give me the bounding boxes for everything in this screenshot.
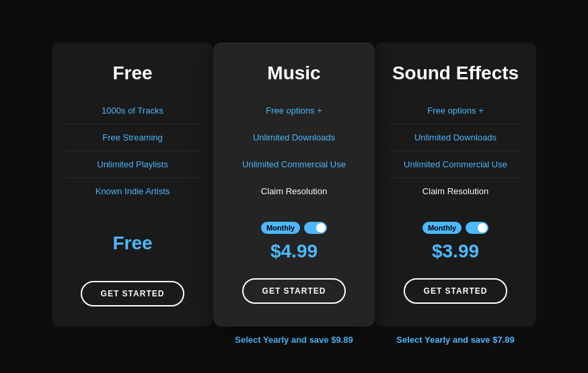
sound-effects-price: $3.99 [432, 241, 479, 262]
sound-effects-cta-button[interactable]: GET STARTED [404, 278, 508, 304]
music-feature-4: Claim Resolution [227, 178, 361, 204]
music-save-text: Select Yearly and save $9.89 [213, 335, 375, 345]
sound-effects-save-text: Select Yearly and save $7.89 [375, 335, 536, 345]
sound-effects-toggle-switch[interactable] [466, 222, 488, 234]
sound-effects-toggle-row: Monthly [422, 222, 488, 234]
free-price: Free [112, 233, 152, 254]
music-features-list: Free options + Unlimited Downloads Unlim… [227, 97, 361, 204]
sound-effects-feature-2: Unlimited Downloads [388, 124, 523, 151]
cards-row: Free 1000s of Tracks Free Streaming Unli… [0, 29, 588, 327]
music-plan-card: Music Free options + Unlimited Downloads… [213, 42, 375, 327]
save-row: Select Yearly and save $9.89 Select Year… [0, 327, 588, 345]
free-plan-title: Free [112, 63, 152, 84]
sound-effects-toggle-label: Monthly [422, 222, 462, 234]
music-toggle-switch[interactable] [304, 222, 327, 234]
free-feature-4: Known Indie Artists [65, 178, 200, 204]
music-toggle-row: Monthly [261, 222, 327, 234]
music-plan-title: Music [267, 63, 320, 84]
music-price-section: Monthly $4.99 [261, 222, 327, 262]
music-price: $4.99 [270, 241, 318, 262]
pricing-wrapper: Free 1000s of Tracks Free Streaming Unli… [0, 29, 588, 345]
free-features-list: 1000s of Tracks Free Streaming Unlimited… [65, 97, 200, 204]
free-feature-2: Free Streaming [65, 124, 200, 151]
sound-effects-plan-title: Sound Effects [392, 63, 519, 84]
free-feature-3: Unlimited Playlists [65, 151, 200, 178]
free-feature-1: 1000s of Tracks [65, 97, 200, 124]
music-feature-1: Free options + [227, 97, 361, 124]
sound-effects-plan-card: Sound Effects Free options + Unlimited D… [375, 42, 536, 327]
music-toggle-label: Monthly [261, 222, 300, 234]
music-feature-2: Unlimited Downloads [227, 124, 361, 151]
free-plan-card: Free 1000s of Tracks Free Streaming Unli… [52, 42, 213, 327]
free-save-placeholder [52, 327, 213, 345]
free-cta-button[interactable]: GET STARTED [81, 281, 185, 306]
music-feature-3: Unlimited Commercial Use [227, 151, 361, 178]
free-price-section: Free [112, 222, 152, 265]
sound-effects-feature-1: Free options + [388, 97, 523, 124]
sound-effects-feature-3: Unlimited Commercial Use [388, 151, 523, 178]
music-cta-button[interactable]: GET STARTED [242, 278, 346, 304]
sound-effects-features-list: Free options + Unlimited Downloads Unlim… [388, 97, 523, 204]
sound-effects-price-section: Monthly $3.99 [422, 222, 488, 262]
sound-effects-feature-4: Claim Resolution [388, 178, 523, 204]
